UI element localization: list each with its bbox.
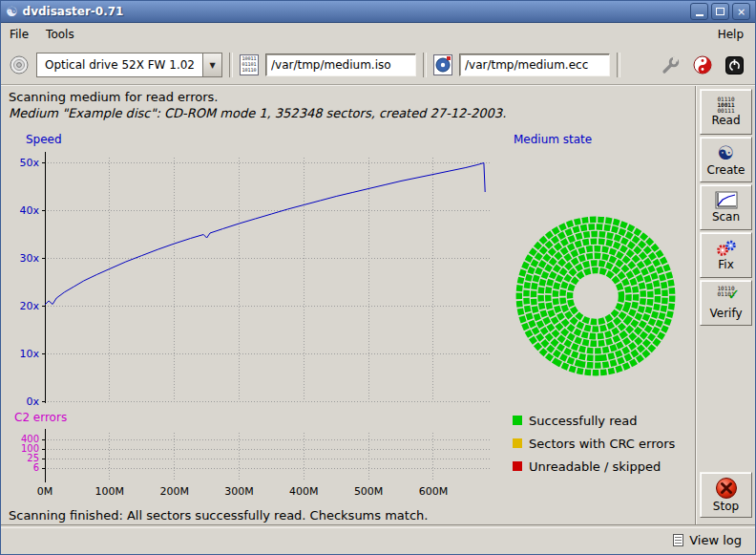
drive-select-value: Optical drive 52X FW 1.02	[37, 58, 202, 72]
scan-button-label: Scan	[712, 211, 740, 224]
window-controls: ×	[690, 3, 750, 20]
quit-power-icon[interactable]	[725, 56, 744, 75]
ecc-path-input[interactable]	[459, 53, 610, 76]
drive-icon[interactable]	[9, 54, 30, 75]
drive-select[interactable]: Optical drive 52X FW 1.02 ▼	[36, 53, 222, 77]
svg-text:30x: 30x	[19, 252, 39, 265]
toolbar-separator	[617, 53, 620, 77]
yin-yang-icon: ☯	[718, 142, 735, 163]
svg-text:0x: 0x	[26, 395, 39, 408]
fix-gears-icon	[714, 239, 739, 258]
unreadable-swatch-icon	[513, 461, 522, 471]
create-button[interactable]: ☯ Create	[700, 137, 752, 182]
svg-text:600M: 600M	[419, 485, 449, 498]
footer-status: Scanning finished: All sectors successfu…	[9, 508, 428, 523]
medium-state-title: Medium state	[514, 133, 592, 146]
bottom-divider	[1, 524, 755, 528]
verify-button[interactable]: 10110 01101 ✓ Verify	[700, 280, 752, 326]
svg-text:500M: 500M	[354, 485, 384, 498]
verify-button-label: Verify	[709, 308, 742, 320]
read-button[interactable]: 01110 10011 00111 Read	[700, 89, 752, 135]
view-log-label: View log	[689, 533, 742, 547]
svg-text:200M: 200M	[159, 485, 189, 498]
crc-swatch-icon	[513, 438, 522, 448]
scan-button[interactable]: Scan	[700, 184, 752, 230]
create-button-label: Create	[707, 164, 746, 177]
svg-text:100M: 100M	[95, 485, 125, 498]
menubar: File Tools Help	[1, 23, 755, 46]
legend-label-unreadable: Unreadable / skipped	[529, 459, 661, 474]
svg-text:20x: 20x	[19, 300, 39, 312]
medium-state-legend: Successfully read Sectors with CRC error…	[513, 409, 675, 478]
legend-item-success: Successfully read	[513, 409, 675, 432]
iso-path-input[interactable]	[265, 53, 416, 76]
maximize-button[interactable]	[711, 3, 729, 20]
toolbar-separator	[423, 53, 427, 77]
preferences-wrench-icon[interactable]	[662, 56, 680, 75]
toolbar: Optical drive 52X FW 1.02 ▼ 10011 01101 …	[1, 46, 755, 85]
dvdisaster-logo-icon[interactable]	[693, 55, 712, 75]
medium-state-disc	[511, 212, 684, 384]
status-line-primary: Scanning medium for read errors.	[9, 90, 218, 104]
log-list-icon	[673, 534, 683, 546]
menu-tools[interactable]: Tools	[37, 25, 83, 44]
maximize-icon	[716, 8, 724, 15]
fix-button[interactable]: Fix	[700, 232, 752, 278]
svg-text:300M: 300M	[224, 485, 254, 498]
legend-item-crc: Sectors with CRC errors	[513, 432, 675, 455]
toolbar-right-group	[662, 55, 747, 75]
chevron-down-icon[interactable]: ▼	[202, 53, 221, 76]
svg-text:6: 6	[33, 462, 39, 473]
scan-chart-icon	[715, 191, 738, 210]
app-window: ☯ dvdisaster-0.71 × File Tools Help Opti…	[0, 0, 756, 555]
svg-text:10x: 10x	[19, 348, 39, 360]
minimize-icon	[696, 14, 704, 16]
legend-label-crc: Sectors with CRC errors	[529, 437, 675, 451]
svg-text:40x: 40x	[19, 204, 39, 217]
close-button[interactable]: ×	[732, 3, 750, 20]
verify-check-icon: 10110 01101 ✓	[714, 286, 739, 307]
close-icon: ×	[737, 7, 746, 17]
iso-icon-binary-3: 10110	[241, 67, 258, 73]
speed-and-c2-chart: 0M100M200M300M400M500M600M0x10x20x30x40x…	[1, 135, 507, 502]
status-line-medium-info: Medium "Example disc": CD-ROM mode 1, 35…	[9, 106, 506, 120]
legend-label-success: Successfully read	[529, 414, 637, 428]
svg-text:0M: 0M	[37, 485, 53, 498]
view-log-button[interactable]: View log	[667, 529, 747, 550]
window-title: dvdisaster-0.71	[23, 5, 124, 18]
read-binary-icon: 01110 10011 00111	[717, 96, 734, 114]
success-swatch-icon	[513, 416, 522, 425]
fix-button-label: Fix	[718, 259, 733, 271]
menu-file[interactable]: File	[1, 25, 37, 44]
stop-icon	[715, 477, 738, 500]
legend-item-unreadable: Unreadable / skipped	[513, 455, 675, 478]
sidebar: 01110 10011 00111 Read ☯ Create Scan	[695, 86, 756, 524]
minimize-button[interactable]	[690, 3, 708, 20]
iso-file-icon: 10011 01101 10110	[240, 54, 259, 75]
titlebar[interactable]: ☯ dvdisaster-0.71 ×	[1, 1, 755, 23]
stop-button[interactable]: Stop	[700, 472, 752, 518]
ecc-file-icon	[433, 54, 452, 75]
stop-button-label: Stop	[713, 501, 739, 513]
read-button-label: Read	[711, 115, 740, 127]
toolbar-separator	[229, 53, 233, 77]
svg-text:400M: 400M	[289, 485, 319, 498]
menu-help[interactable]: Help	[706, 25, 755, 44]
svg-text:50x: 50x	[19, 157, 39, 169]
app-icon: ☯	[6, 5, 18, 18]
